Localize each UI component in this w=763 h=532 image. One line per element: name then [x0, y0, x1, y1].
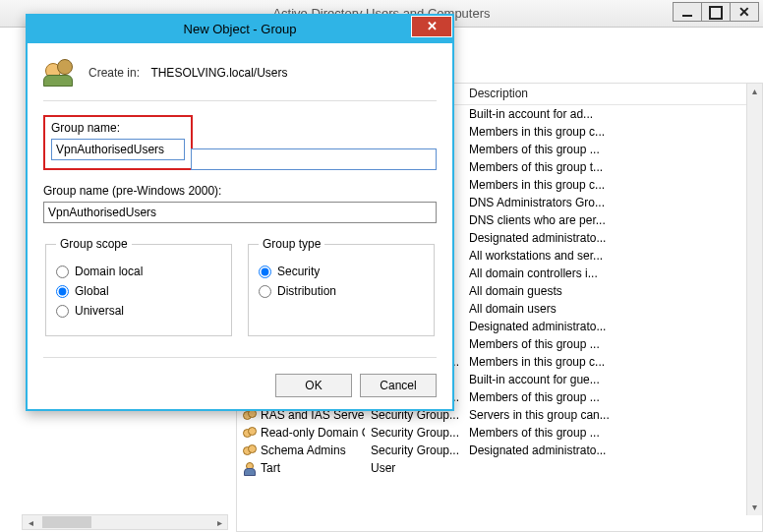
parent-close-button[interactable]: ✕ [730, 2, 759, 22]
row-description: Built-in account for gue... [463, 371, 746, 388]
row-description: DNS clients who are per... [463, 211, 746, 229]
row-type: Security Group... [365, 424, 463, 442]
type-security-label: Security [277, 265, 320, 278]
create-in-path: THESOLVING.local/Users [150, 66, 287, 80]
cancel-button[interactable]: Cancel [360, 374, 437, 397]
group-icon [43, 57, 75, 89]
scroll-left-icon[interactable]: ◂ [23, 517, 38, 528]
row-type: User [365, 459, 463, 477]
row-description: Members in this group c... [463, 176, 746, 194]
row-description: Members of this group t... [463, 158, 746, 176]
type-distribution-label: Distribution [277, 284, 336, 298]
type-security[interactable]: Security [259, 265, 424, 278]
row-description: Members of this group ... [463, 424, 746, 442]
group-type-legend: Group type [259, 237, 324, 251]
type-distribution[interactable]: Distribution [259, 284, 424, 298]
tree-horizontal-scrollbar[interactable]: ◂ ▸ [22, 514, 228, 530]
scope-global-label: Global [75, 284, 109, 298]
scope-global-radio[interactable] [56, 285, 69, 298]
parent-maximize-button[interactable] [701, 2, 731, 22]
group-type-fieldset: Group type Security Distribution [248, 237, 435, 336]
row-description: Designated administrato... [463, 229, 746, 247]
group-name-input[interactable] [51, 139, 185, 160]
row-description: Designated administrato... [463, 318, 746, 335]
type-distribution-radio[interactable] [259, 285, 271, 298]
dialog-titlebar[interactable]: New Object - Group ✕ [28, 16, 452, 43]
scope-global[interactable]: Global [56, 284, 221, 298]
scope-universal-radio[interactable] [56, 305, 69, 318]
scroll-up-icon[interactable]: ▴ [747, 84, 762, 99]
group-scope-legend: Group scope [56, 237, 132, 251]
table-row[interactable]: Read-only Domain ControllersSecurity Gro… [237, 424, 746, 442]
table-row[interactable]: Schema AdminsSecurity Group...Designated… [237, 442, 746, 459]
parent-minimize-button[interactable] [673, 2, 702, 22]
scope-domain-local-radio[interactable] [56, 266, 69, 278]
scroll-right-icon[interactable]: ▸ [211, 517, 227, 528]
row-description: Members of this group ... [463, 141, 746, 158]
scope-domain-local-label: Domain local [75, 265, 143, 278]
row-description: Designated administrato... [463, 442, 746, 459]
scope-universal[interactable]: Universal [56, 304, 221, 318]
row-description: All domain users [463, 300, 746, 318]
row-description [463, 459, 746, 477]
row-description: All workstations and ser... [463, 247, 746, 265]
ok-button[interactable]: OK [275, 374, 352, 397]
group-icon [243, 427, 257, 439]
row-description: DNS Administrators Gro... [463, 194, 746, 211]
dialog-title: New Object - Group [184, 22, 297, 36]
row-description: Members in this group c... [463, 353, 746, 371]
row-description: Members of this group ... [463, 335, 746, 353]
table-row[interactable]: TartUser [237, 459, 746, 477]
group-name-pre2000-label: Group name (pre-Windows 2000): [43, 184, 437, 198]
create-in-label: Create in: [88, 66, 140, 80]
row-description: Members of this group ... [463, 388, 746, 406]
group-name-label: Group name: [51, 121, 185, 135]
row-description: All domain guests [463, 282, 746, 300]
group-name-input-ext[interactable] [191, 148, 437, 170]
group-name-pre2000-input[interactable] [43, 202, 437, 223]
new-object-group-dialog: New Object - Group ✕ Create in: THESOLVI… [26, 14, 454, 411]
scrollbar-thumb[interactable] [42, 516, 91, 528]
divider [43, 357, 437, 358]
group-icon [243, 444, 257, 456]
type-security-radio[interactable] [259, 266, 271, 278]
row-description: Servers in this group can... [463, 406, 746, 424]
group-scope-fieldset: Group scope Domain local Global Universa… [45, 237, 232, 336]
row-type: Security Group... [365, 442, 463, 459]
scope-universal-label: Universal [75, 304, 124, 318]
row-description: Members in this group c... [463, 123, 746, 141]
user-icon [243, 462, 257, 474]
row-description: All domain controllers i... [463, 265, 746, 282]
scroll-down-icon[interactable]: ▾ [747, 500, 762, 515]
row-name: Read-only Domain Controllers [261, 424, 365, 442]
group-name-highlight: Group name: [43, 115, 193, 170]
divider [43, 100, 437, 101]
column-header-description[interactable]: Description [463, 84, 762, 104]
row-description: Built-in account for ad... [463, 105, 746, 123]
dialog-close-button[interactable]: ✕ [411, 16, 452, 37]
row-name: Schema Admins [261, 442, 346, 459]
scope-domain-local[interactable]: Domain local [56, 265, 221, 278]
vertical-scrollbar[interactable]: ▴ ▾ [746, 84, 762, 515]
row-name: Tart [261, 459, 280, 477]
